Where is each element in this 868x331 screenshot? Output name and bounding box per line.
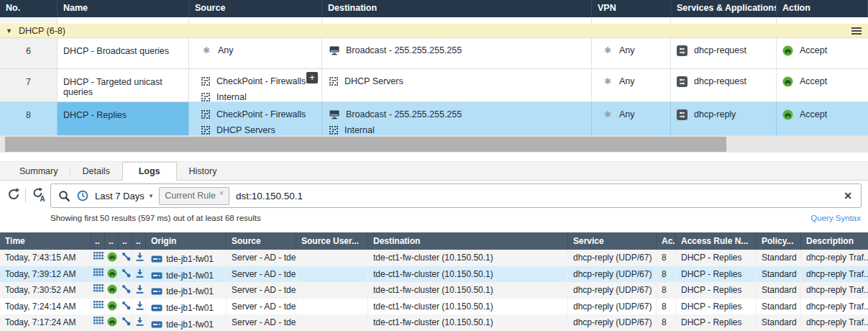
auto-refresh-button[interactable]: A bbox=[31, 187, 47, 203]
log-col-description[interactable]: Description bbox=[801, 232, 868, 250]
capture-cell[interactable] bbox=[132, 299, 146, 315]
refresh-button[interactable] bbox=[6, 187, 21, 201]
col-header-source[interactable]: Source bbox=[189, 0, 322, 17]
service-object[interactable]: dhcp-request bbox=[677, 73, 776, 89]
any-icon: ✱ bbox=[603, 76, 613, 86]
log-col-source-user[interactable]: Source User... bbox=[296, 232, 368, 250]
log-time: Today, 7:17:24 AM bbox=[0, 314, 91, 331]
destination-object-group[interactable]: DHCP Servers bbox=[329, 73, 591, 89]
chip-close-icon[interactable]: × bbox=[219, 191, 224, 196]
horizontal-scrollbar-thumb[interactable] bbox=[5, 137, 726, 152]
log-col-icon4[interactable]: .. bbox=[132, 232, 146, 250]
rule-row-6[interactable]: 6 DHCP - Broadcast queries ✱ Any Broadca… bbox=[0, 38, 868, 69]
capture-cell[interactable] bbox=[132, 250, 146, 266]
action-accept[interactable]: Accept bbox=[782, 73, 868, 89]
action-accept[interactable]: Accept bbox=[782, 106, 868, 122]
log-row[interactable]: Today, 7:17:24 AM tde-jb1-fw01 Server - … bbox=[0, 314, 868, 331]
log-col-access-rule-name[interactable]: Access Rule N... bbox=[676, 232, 757, 250]
connection-cell[interactable] bbox=[119, 314, 132, 331]
vpn-object-any[interactable]: ✱ Any bbox=[603, 42, 670, 58]
log-row[interactable]: Today, 7:39:12 AM tde-jb1-fw01 Server - … bbox=[0, 266, 868, 283]
action-cell[interactable] bbox=[105, 299, 119, 315]
gateway-icon bbox=[151, 288, 163, 295]
col-header-name[interactable]: Name bbox=[58, 0, 189, 17]
source-object-group[interactable]: Internal bbox=[201, 89, 321, 101]
group-icon bbox=[201, 93, 210, 101]
section-menu-icon[interactable] bbox=[851, 27, 862, 35]
rule-row-7[interactable]: 7 DHCP - Targeted unicast queries CheckP… bbox=[0, 69, 868, 102]
connection-cell[interactable] bbox=[119, 250, 132, 266]
log-col-icon3[interactable]: .. bbox=[119, 232, 132, 250]
horizontal-scrollbar[interactable] bbox=[0, 136, 868, 153]
log-col-destination[interactable]: Destination bbox=[368, 232, 568, 250]
log-row[interactable]: Today, 7:43:15 AM tde-jb1-fw01 Server - … bbox=[0, 250, 868, 266]
smartconsole-window: No. Name Source Destination VPN Services… bbox=[0, 0, 868, 331]
connection-cell[interactable] bbox=[119, 299, 132, 315]
log-col-time[interactable]: Time bbox=[0, 232, 91, 250]
accept-icon bbox=[107, 317, 117, 327]
source-object-group[interactable]: CheckPoint - Firewalls bbox=[201, 106, 321, 122]
log-col-icon2[interactable]: .. bbox=[105, 232, 119, 250]
action-cell[interactable] bbox=[105, 314, 119, 331]
blades-cell[interactable] bbox=[91, 250, 105, 266]
add-object-button[interactable]: + bbox=[306, 72, 318, 83]
query-syntax-link[interactable]: Query Syntax bbox=[810, 214, 861, 225]
action-cell[interactable] bbox=[105, 250, 119, 266]
capture-cell[interactable] bbox=[132, 314, 146, 331]
vpn-object-any[interactable]: ✱ Any bbox=[603, 73, 670, 89]
source-object-group[interactable]: DHCP Servers bbox=[201, 122, 321, 135]
blades-cell[interactable] bbox=[91, 314, 105, 331]
col-header-destination[interactable]: Destination bbox=[322, 0, 592, 17]
rulebase-section-dhcp[interactable]: ▼ DHCP (6-8) bbox=[0, 24, 868, 38]
destination-object-group[interactable]: Internal bbox=[329, 122, 591, 135]
destination-object-broadcast[interactable]: Broadcast - 255.255.255.255 bbox=[329, 42, 591, 58]
log-origin: tde-jb1-fw01 bbox=[146, 299, 227, 315]
tab-details[interactable]: Details bbox=[70, 162, 122, 180]
log-service: dhcp-reply (UDP/67) bbox=[568, 314, 657, 331]
log-col-access-rule-number[interactable]: Ac... bbox=[657, 232, 676, 250]
log-row[interactable]: Today, 7:24:14 AM tde-jb1-fw01 Server - … bbox=[0, 299, 868, 315]
action-accept[interactable]: Accept bbox=[782, 42, 868, 58]
results-status-text: Showing first 50 results (597 ms) out of… bbox=[50, 214, 261, 225]
capture-cell[interactable] bbox=[132, 282, 146, 299]
clock-icon bbox=[77, 190, 88, 201]
capture-cell[interactable] bbox=[132, 266, 146, 283]
tab-logs[interactable]: Logs bbox=[122, 162, 177, 181]
log-row[interactable]: Today, 7:30:52 AM tde-jb1-fw01 Server - … bbox=[0, 282, 868, 299]
connection-cell[interactable] bbox=[119, 282, 132, 299]
tab-summary[interactable]: Summary bbox=[7, 162, 70, 180]
col-header-services[interactable]: Services & Applications bbox=[671, 0, 777, 17]
collapse-triangle-icon[interactable]: ▼ bbox=[6, 27, 12, 35]
service-object[interactable]: dhcp-reply bbox=[677, 106, 776, 122]
blades-cell[interactable] bbox=[91, 282, 105, 299]
tab-history[interactable]: History bbox=[177, 162, 229, 180]
log-col-icon1[interactable]: .. bbox=[91, 232, 105, 250]
destination-object-broadcast[interactable]: Broadcast - 255.255.255.255 bbox=[329, 106, 591, 122]
vpn-object-any[interactable]: ✱ Any bbox=[603, 106, 670, 122]
rule-row-8-selected[interactable]: 8 DHCP - Replies CheckPoint - Firewalls … bbox=[0, 102, 868, 136]
time-range-selector[interactable]: Last 7 Days bbox=[95, 191, 145, 201]
action-cell[interactable] bbox=[105, 266, 119, 283]
col-header-no[interactable]: No. bbox=[0, 0, 58, 17]
source-object-group[interactable]: CheckPoint - Firewalls bbox=[201, 73, 321, 89]
chevron-down-icon[interactable]: ▾ bbox=[150, 192, 153, 199]
accept-icon bbox=[782, 76, 793, 87]
filter-chip-current-rule[interactable]: Current Rule × bbox=[159, 187, 229, 205]
log-col-origin[interactable]: Origin bbox=[146, 232, 227, 250]
blades-grid-icon bbox=[93, 317, 104, 325]
col-header-action[interactable]: Action bbox=[777, 0, 868, 17]
service-object[interactable]: dhcp-request bbox=[677, 42, 776, 58]
col-header-vpn[interactable]: VPN bbox=[592, 0, 671, 17]
log-search-bar[interactable]: Last 7 Days ▾ Current Rule × dst:10.150.… bbox=[50, 183, 862, 208]
blades-cell[interactable] bbox=[91, 266, 105, 283]
search-query-input[interactable]: dst:10.150.50.1 bbox=[236, 191, 836, 201]
blades-cell[interactable] bbox=[91, 299, 105, 315]
source-object-any[interactable]: ✱ Any bbox=[201, 42, 321, 58]
log-col-source[interactable]: Source bbox=[227, 232, 296, 250]
connection-cell[interactable] bbox=[119, 266, 132, 283]
log-col-policy[interactable]: Policy... bbox=[757, 232, 801, 250]
log-col-service[interactable]: Service bbox=[568, 232, 657, 250]
clear-search-icon[interactable]: ✕ bbox=[842, 190, 854, 201]
action-cell[interactable] bbox=[105, 282, 119, 299]
log-origin: tde-jb1-fw01 bbox=[146, 314, 227, 331]
